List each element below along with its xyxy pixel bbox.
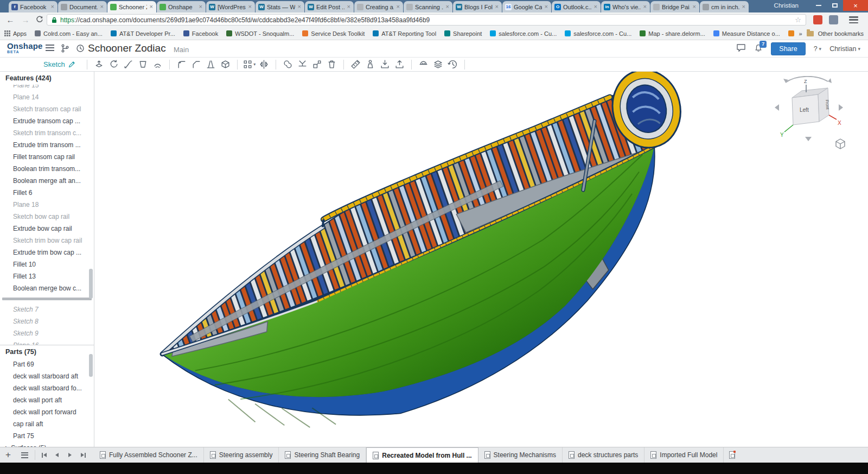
feature-item[interactable]: Extrude bow cap rail [0,223,94,235]
feature-item[interactable]: Fillet transom cap rail [0,151,94,163]
part-item[interactable]: deck wall starboard fo... [0,382,94,394]
feature-item[interactable]: Extrude transom cap ... [0,115,94,127]
split-icon[interactable] [295,59,310,71]
feature-item[interactable]: Sketch 9 [0,327,94,339]
window-close-button[interactable]: × [843,0,868,11]
browser-tab[interactable]: O Outlook.c... × [552,1,601,12]
feature-item[interactable]: Fillet 6 [0,187,94,199]
bookmarks-overflow-chevron[interactable]: » [799,30,802,37]
browser-tab[interactable]: Schooner Z × [107,1,156,12]
part-item[interactable]: deck wall starboard aft [0,370,94,382]
feature-item[interactable]: Sketch transom cap rail [0,103,94,115]
browser-tab[interactable]: 16 Google Ca... × [502,1,551,12]
tab-close-icon[interactable]: × [396,4,400,10]
browser-tab[interactable]: W [WordPres... × [206,1,255,12]
features-scrollbar[interactable] [89,269,93,299]
import-icon[interactable] [378,59,392,71]
feature-item[interactable]: Boolean merge bow c... [0,282,94,294]
export-icon[interactable] [392,59,407,71]
draft-icon[interactable] [203,59,218,71]
user-menu[interactable]: Christian ▾ [829,45,860,53]
section-view-icon[interactable] [416,59,431,71]
feature-item[interactable]: Sketch trim bow cap rail [0,235,94,247]
feature-item[interactable]: Sketch 7 [0,304,94,315]
shell-icon[interactable] [218,59,233,71]
element-tab[interactable]: Imported Full Model [644,447,724,463]
part-item[interactable]: Part 75 [0,430,94,442]
browser-tab[interactable]: W Blogs I Fol... × [453,1,502,12]
element-tab[interactable]: Steering Mechanisms [478,447,563,463]
fillet-icon[interactable] [174,59,189,71]
versions-branch-icon[interactable] [61,44,72,54]
part-item[interactable]: Part 69 [0,358,94,370]
document-menu-icon[interactable] [46,44,56,54]
browser-tab[interactable]: cm in inch... × [700,1,749,12]
bookmark-item[interactable]: AT&T Developer Pr... [111,30,175,37]
window-maximize-button[interactable] [827,0,843,11]
sketch-button[interactable]: Sketch [43,60,76,68]
back-button[interactable]: ← [4,14,16,26]
part-item[interactable]: deck wall port forward [0,406,94,418]
rotate-down-arrow-icon[interactable] [805,137,812,141]
tab-close-icon[interactable]: × [199,4,203,10]
bookmark-item[interactable]: Sharepoint [444,30,482,37]
browser-tab[interactable]: Onshape × [157,1,206,12]
forward-button[interactable]: → [20,14,31,26]
bookmark-item[interactable]: Facebook [183,30,218,37]
extrude-icon[interactable] [92,59,106,71]
window-minimize-button[interactable] [810,0,827,11]
feature-item[interactable]: Plane 15 [0,85,94,91]
bookmark-item[interactable]: Service Desk Toolkit [302,30,365,37]
isometric-view-button[interactable] [834,138,846,150]
boat-model[interactable] [94,72,868,447]
element-tab[interactable]: Fully Assembled Schooner Z... [94,447,204,463]
element-tab[interactable]: deck structures parts [563,447,644,463]
element-tab[interactable]: Steering assembly [204,447,279,463]
help-menu[interactable]: ? ▾ [814,45,821,53]
apps-shortcut[interactable]: Apps [4,30,27,37]
sweep-icon[interactable] [121,59,136,71]
prev-tab-button[interactable] [50,447,63,463]
rotate-left-arrow-icon[interactable] [775,104,779,111]
feature-item[interactable]: Plane 18 [0,199,94,211]
address-bar[interactable]: https://cad.onshape.com/documents/269d91… [47,14,806,26]
parts-scrollbar[interactable] [89,354,93,377]
adblock-extension-icon[interactable] [813,15,822,24]
feature-item[interactable]: Fillet 13 [0,270,94,282]
boolean-icon[interactable] [280,59,295,71]
chrome-menu-icon[interactable] [849,16,858,23]
feature-item[interactable]: Boolean merge aft an... [0,175,94,187]
feature-item[interactable]: Fillet 10 [0,258,94,270]
tab-close-icon[interactable]: × [297,4,302,10]
browser-tab[interactable]: Scanning ... × [404,1,452,12]
view-cube[interactable]: Left Front Y X Z [774,76,844,142]
feature-item[interactable]: Extrude trim bow cap ... [0,247,94,258]
bookmark-item[interactable]: Measure Distance o... [713,30,780,37]
tab-close-icon[interactable]: × [445,4,450,10]
tab-overflow-icon[interactable] [729,451,735,459]
share-button[interactable]: Share [771,42,805,55]
element-tab[interactable]: Recreated Model from Hull ... [366,447,478,463]
first-tab-button[interactable] [37,447,50,463]
delete-part-icon[interactable] [324,59,339,71]
bookmark-item[interactable]: salesforce.com - Cu... [565,30,631,37]
tab-close-icon[interactable]: × [50,4,55,10]
linear-pattern-icon[interactable] [242,59,257,71]
loft-icon[interactable] [136,59,150,71]
part-item[interactable]: deck wall port aft [0,394,94,406]
tab-close-icon[interactable]: × [248,4,252,10]
feature-item[interactable]: Boolean trim transom... [0,163,94,175]
extension-icon[interactable] [829,15,838,24]
browser-tab[interactable]: Bridge Pai... × [650,1,699,12]
feature-item[interactable]: Extrude trim transom ... [0,139,94,151]
onshape-logo[interactable]: Onshape BETA [7,42,43,54]
tab-close-icon[interactable]: × [643,4,647,10]
tab-close-icon[interactable]: × [100,4,104,10]
last-tab-button[interactable] [76,447,90,463]
mirror-icon[interactable] [257,59,271,71]
feature-item[interactable]: Plane 14 [0,91,94,103]
feature-item[interactable]: Sketch bow cap rail [0,211,94,223]
bookmark-item[interactable]: salesforce.com - Cu... [490,30,557,37]
bookmark-item[interactable]: AT&T Reporting Tool [373,30,436,37]
appearance-icon[interactable] [431,59,445,71]
